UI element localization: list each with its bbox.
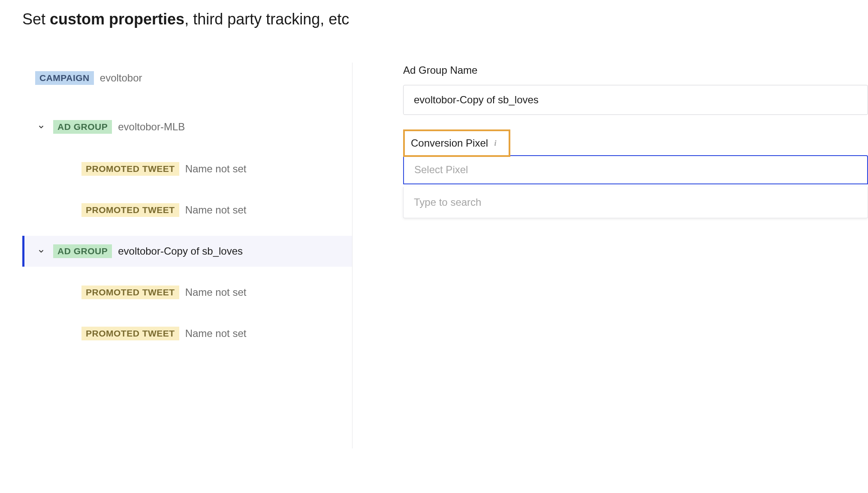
adgroup-badge: AD GROUP xyxy=(53,244,112,258)
header-bold: custom properties xyxy=(50,10,184,28)
header-prefix: Set xyxy=(22,10,50,28)
campaign-badge: CAMPAIGN xyxy=(35,71,94,85)
promoted-tweet-name: Name not set xyxy=(185,286,247,298)
campaign-row[interactable]: CAMPAIGN evoltobor xyxy=(22,63,352,93)
promoted-tweet-name: Name not set xyxy=(185,204,247,216)
promoted-tweet-name: Name not set xyxy=(185,328,247,340)
promoted-tweet-badge: PROMOTED TWEET xyxy=(81,203,179,217)
info-icon[interactable]: i xyxy=(491,139,499,147)
promoted-tweet-badge: PROMOTED TWEET xyxy=(81,286,179,299)
main-panel: Ad Group Name Conversion Pixel i Select … xyxy=(353,63,868,448)
conversion-pixel-label-highlighted: Conversion Pixel i xyxy=(403,129,510,157)
page-title: Set custom properties, third party track… xyxy=(0,0,868,28)
adgroup-name-input[interactable] xyxy=(403,85,868,115)
campaign-tree-sidebar: CAMPAIGN evoltobor AD GROUP evoltobor-ML… xyxy=(22,63,353,448)
adgroup-name-label: Ad Group Name xyxy=(403,64,868,76)
chevron-down-icon[interactable] xyxy=(35,245,47,257)
chevron-down-icon[interactable] xyxy=(35,121,47,133)
conversion-pixel-label: Conversion Pixel xyxy=(411,137,488,149)
conversion-pixel-select[interactable]: Select Pixel xyxy=(403,155,868,184)
promoted-tweet-row[interactable]: PROMOTED TWEET Name not set xyxy=(22,318,352,349)
adgroup-row-0[interactable]: AD GROUP evoltobor-MLB xyxy=(22,111,352,142)
promoted-tweet-row[interactable]: PROMOTED TWEET Name not set xyxy=(22,277,352,308)
promoted-tweet-badge: PROMOTED TWEET xyxy=(81,162,179,176)
pixel-search-input[interactable]: Type to search xyxy=(403,187,868,218)
header-suffix: , third party tracking, etc xyxy=(184,10,349,28)
adgroup-row-1-selected[interactable]: AD GROUP evoltobor-Copy of sb_loves xyxy=(22,236,352,267)
promoted-tweet-badge: PROMOTED TWEET xyxy=(81,327,179,340)
campaign-name: evoltobor xyxy=(100,72,142,84)
adgroup-badge: AD GROUP xyxy=(53,120,112,134)
promoted-tweet-row[interactable]: PROMOTED TWEET Name not set xyxy=(22,153,352,184)
promoted-tweet-name: Name not set xyxy=(185,163,247,175)
adgroup-name: evoltobor-Copy of sb_loves xyxy=(118,245,243,257)
promoted-tweet-row[interactable]: PROMOTED TWEET Name not set xyxy=(22,195,352,225)
adgroup-name: evoltobor-MLB xyxy=(118,121,185,133)
